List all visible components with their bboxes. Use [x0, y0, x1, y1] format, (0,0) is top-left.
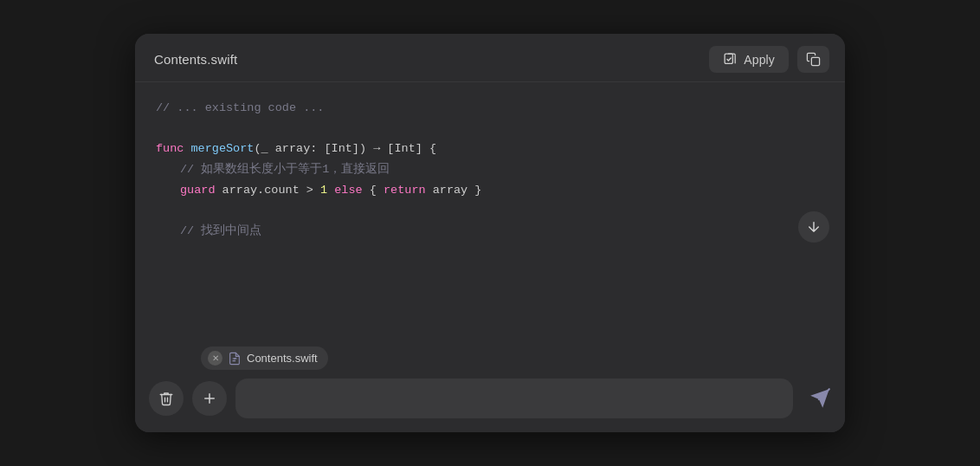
apply-icon: [723, 52, 738, 67]
trash-icon: [158, 391, 174, 406]
code-line-func: func mergeSort(_ array: [Int]) → [Int] {: [156, 139, 824, 159]
main-panel: Contents.swift Apply // ... existing cod…: [135, 34, 845, 432]
file-chips-row: ✕ Contents.swift: [149, 346, 831, 370]
keyword-func: func: [156, 142, 184, 155]
apply-button[interactable]: Apply: [709, 46, 789, 73]
function-name: mergeSort: [191, 142, 255, 155]
code-line-1: // ... existing code ...: [156, 98, 824, 119]
bottom-bar: ✕ Contents.swift: [135, 338, 845, 432]
copy-button[interactable]: [797, 46, 829, 73]
plus-icon: [202, 391, 217, 406]
copy-icon: [806, 52, 821, 67]
svg-rect-0: [725, 54, 732, 63]
input-row: [149, 379, 831, 418]
file-chip: ✕ Contents.swift: [201, 346, 328, 370]
code-line-guard: guard array.count > 1 else { return arra…: [156, 180, 824, 201]
header-actions: Apply: [709, 46, 829, 73]
trash-button[interactable]: [149, 381, 184, 416]
panel-header: Contents.swift Apply: [135, 34, 845, 82]
code-line-comment-cn: // 如果数组长度小于等于1，直接返回: [156, 159, 824, 180]
code-line-midpoint: // 找到中间点: [156, 221, 824, 242]
send-button[interactable]: [809, 387, 831, 410]
chip-file-name: Contents.swift: [247, 352, 318, 365]
chip-file-icon: [228, 352, 242, 366]
code-line-blank-1: [156, 119, 824, 139]
code-area: // ... existing code ... func mergeSort(…: [135, 82, 845, 338]
chat-input[interactable]: [235, 379, 793, 418]
svg-rect-1: [811, 57, 819, 65]
down-arrow-icon: [806, 219, 822, 235]
code-line-blank-2: [156, 200, 824, 221]
add-button[interactable]: [192, 381, 227, 416]
chip-close-button[interactable]: ✕: [208, 351, 222, 366]
scroll-down-button[interactable]: [798, 211, 829, 243]
panel-title: Contents.swift: [154, 52, 237, 67]
send-icon: [809, 387, 831, 410]
